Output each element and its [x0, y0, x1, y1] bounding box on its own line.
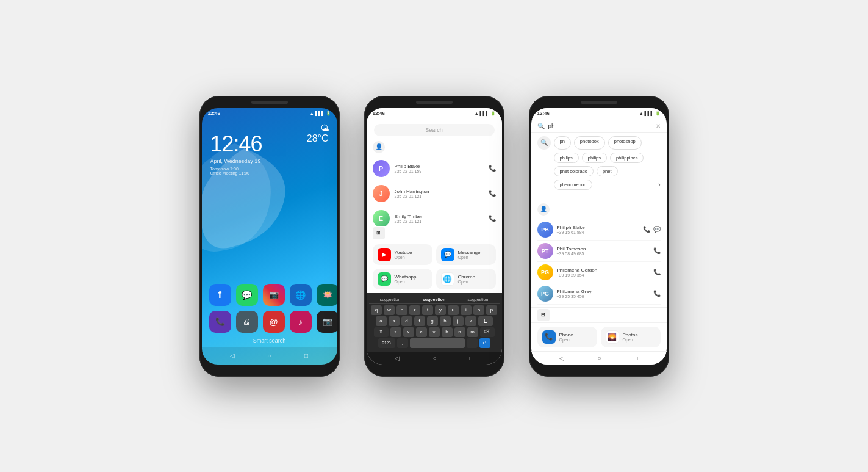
key-g[interactable]: g — [427, 316, 438, 326]
key-b[interactable]: b — [442, 327, 453, 337]
key-numbers[interactable]: ?123 — [378, 338, 395, 348]
avatar-philip: P — [373, 160, 390, 177]
avatar-phil: PT — [537, 243, 553, 259]
suggestion-2[interactable]: suggestion — [423, 297, 445, 302]
chip-phet[interactable]: phet — [597, 166, 618, 176]
photos-app-item-3[interactable]: 🌄 Photos Open — [601, 327, 661, 347]
key-s[interactable]: s — [389, 316, 400, 326]
key-backspace[interactable]: ⌫ — [480, 327, 495, 337]
key-r[interactable]: r — [409, 305, 420, 315]
key-m[interactable]: m — [467, 327, 478, 337]
search-bar-3[interactable]: 🔍 ph ✕ — [531, 119, 667, 133]
contact-philiph-blake[interactable]: PB Philiph Blake +39 15 61 984 📞 💬 — [537, 219, 661, 241]
key-y[interactable]: y — [435, 305, 446, 315]
key-k[interactable]: k — [465, 316, 476, 326]
phone-app-icon[interactable]: 📞 — [209, 311, 231, 333]
key-j[interactable]: j — [453, 316, 464, 326]
battery-icon-3: 🔋 — [655, 111, 661, 116]
msg-btn-philiph[interactable]: 💬 — [653, 226, 661, 233]
phone-2-screen: 12:46 ▲ ▌▌▌ 🔋 Search 👤 — [367, 108, 502, 365]
contact-info-emily: Emily Timber 235 22 01 121 — [395, 214, 489, 223]
search-input-2[interactable]: Search — [374, 124, 495, 136]
recents-button-1[interactable]: □ — [301, 351, 311, 361]
email-app-icon[interactable]: @ — [263, 311, 285, 333]
whatsapp-app-icon[interactable]: 💬 — [236, 284, 258, 306]
back-button-1[interactable]: ◁ — [228, 351, 237, 361]
key-a[interactable]: a — [376, 316, 387, 326]
back-button-3[interactable]: ◁ — [559, 355, 564, 361]
key-d[interactable]: d — [401, 316, 412, 326]
key-enter[interactable]: ↵ — [479, 338, 490, 348]
printer-app-icon[interactable]: 🖨 — [236, 311, 258, 333]
search-bar-2[interactable]: Search — [367, 119, 502, 139]
call-button-emily[interactable]: 📞 — [489, 215, 496, 222]
key-p[interactable]: p — [486, 305, 497, 315]
recents-button-3[interactable]: □ — [634, 355, 637, 361]
call-button-john[interactable]: 📞 — [489, 190, 496, 197]
camera-app-icon[interactable]: 📷 — [317, 311, 337, 333]
key-o[interactable]: o — [473, 305, 484, 315]
chip-phenomenon[interactable]: phenomenon — [554, 180, 593, 190]
key-comma[interactable]: , — [397, 338, 408, 348]
recents-button-2[interactable]: □ — [469, 355, 473, 361]
contact-philip-blake[interactable]: P Philip Blake 235 22 01 159 📞 — [367, 156, 502, 181]
key-period[interactable]: . — [467, 338, 478, 348]
chip-philips-1[interactable]: philips — [554, 153, 579, 163]
chip-row-2: philips philips philippines — [537, 153, 661, 163]
key-space[interactable] — [410, 338, 465, 348]
chip-philips-2[interactable]: philips — [582, 153, 607, 163]
chrome-app-item[interactable]: 🌐 Chrome Open — [436, 269, 496, 289]
home-button-1[interactable]: ○ — [264, 351, 274, 361]
key-c[interactable]: c — [416, 327, 427, 337]
contact-phil-tameson[interactable]: PT Phil Tameson +39 58 49 685 📞 — [537, 241, 661, 262]
key-w[interactable]: w — [384, 305, 395, 315]
key-t[interactable]: t — [422, 305, 433, 315]
key-u[interactable]: u — [448, 305, 459, 315]
contact-john-harrington[interactable]: J John Harrington 235 22 01 121 📞 — [367, 181, 502, 206]
contact-philomena-gordon[interactable]: PG Philomena Gordon +39 19 29 354 📞 — [537, 262, 661, 283]
chip-phet-colorado[interactable]: phet colorado — [554, 166, 594, 176]
more-arrow-icon[interactable]: › — [658, 181, 660, 188]
youtube-app-item[interactable]: ▶ Youtube Open — [373, 244, 432, 265]
instagram-app-icon[interactable]: 📷 — [263, 284, 285, 306]
key-i[interactable]: i — [461, 305, 472, 315]
home-button-3[interactable]: ○ — [597, 355, 601, 361]
suggestion-1[interactable]: suggestion — [380, 297, 401, 302]
chip-photoshop[interactable]: photoshop — [608, 136, 642, 150]
chrome-name: Chrome — [458, 274, 475, 280]
call-btn-philomena-grey[interactable]: 📞 — [653, 290, 661, 297]
search-clear-icon[interactable]: ✕ — [656, 123, 661, 129]
phone-app-item-3[interactable]: 📞 Phone Open — [537, 327, 597, 347]
call-btn-philomena-g[interactable]: 📞 — [653, 269, 661, 275]
contact-philomena-grey[interactable]: PG Philomena Grey +39 25 35 456 📞 — [537, 283, 661, 305]
suggestion-3[interactable]: suggestion — [467, 297, 488, 302]
search-input-3[interactable]: ph — [548, 123, 652, 129]
key-n[interactable]: n — [454, 327, 465, 337]
key-shift[interactable]: ⇧ — [374, 327, 389, 337]
call-btn-phil[interactable]: 📞 — [653, 247, 661, 254]
contact-emily-timber[interactable]: E Emily Timber 235 22 01 121 📞 — [367, 206, 502, 226]
key-h[interactable]: h — [440, 316, 451, 326]
chip-ph[interactable]: ph — [554, 136, 571, 150]
key-l[interactable]: L — [478, 316, 493, 326]
music-app-icon[interactable]: ♪ — [290, 311, 312, 333]
back-button-2[interactable]: ◁ — [395, 355, 400, 361]
contact-info-philip: Philip Blake 235 22 01 159 — [395, 164, 489, 173]
key-v[interactable]: v — [429, 327, 440, 337]
call-button-philip[interactable]: 📞 — [489, 165, 496, 172]
key-q[interactable]: q — [371, 305, 382, 315]
lotus-app-icon[interactable]: 🪷 — [317, 284, 337, 306]
key-x[interactable]: x — [403, 327, 414, 337]
home-button-2[interactable]: ○ — [432, 355, 436, 361]
facebook-app-icon[interactable]: f — [209, 284, 231, 306]
chip-photobox[interactable]: photobox — [574, 136, 605, 150]
call-btn-philiph[interactable]: 📞 — [643, 226, 650, 233]
messenger-app-item[interactable]: 💬 Messenger Open — [436, 244, 496, 265]
key-e[interactable]: e — [396, 305, 407, 315]
whatsapp-app-item[interactable]: 💬 Whatsapp Open — [373, 269, 432, 289]
chip-philippines[interactable]: philippines — [610, 153, 644, 163]
key-f[interactable]: f — [414, 316, 425, 326]
smart-search-label[interactable]: Smart search — [202, 335, 337, 347]
globe-app-icon[interactable]: 🌐 — [290, 284, 312, 306]
key-z[interactable]: z — [390, 327, 401, 337]
